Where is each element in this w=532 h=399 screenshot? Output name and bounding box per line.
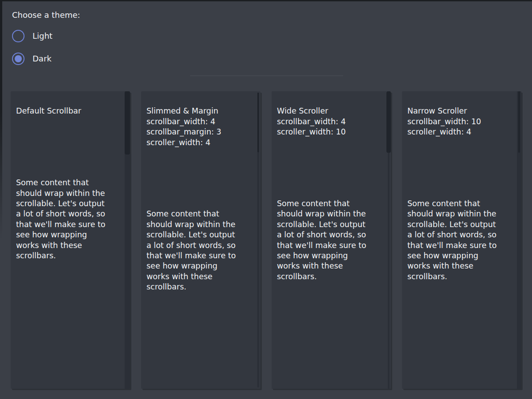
radio-button-dark-icon[interactable] xyxy=(12,53,24,65)
scrollbar-thumb[interactable] xyxy=(125,91,130,155)
horizontal-divider xyxy=(190,75,343,76)
radio-label-light: Light xyxy=(32,31,53,41)
scrollbar-thumb[interactable] xyxy=(386,91,391,153)
panel-header: Slimmed & Margin scrollbar_width: 4 scro… xyxy=(146,106,253,148)
panel-content: Some content that should wrap within the… xyxy=(407,199,514,282)
window-border-left xyxy=(0,0,2,399)
panel-default-scrollbar[interactable]: Default Scrollbar Some content that shou… xyxy=(11,91,130,389)
panel-content: Some content that should wrap within the… xyxy=(146,209,253,292)
radio-button-light-icon[interactable] xyxy=(12,30,24,42)
panel-text: Slimmed & Margin scrollbar_width: 4 scro… xyxy=(146,96,253,303)
panel-header: Default Scrollbar xyxy=(16,106,123,116)
radio-label-dark: Dark xyxy=(32,54,52,63)
panel-content: Some content that should wrap within the… xyxy=(277,199,384,282)
radio-dot xyxy=(15,55,22,62)
panel-wide-scroller[interactable]: Wide Scroller scrollbar_width: 4 scrolle… xyxy=(272,91,391,389)
panel-content: Some content that should wrap within the… xyxy=(16,178,123,261)
panel-text: Narrow Scroller scrollbar_width: 10 scro… xyxy=(407,96,514,293)
window-border-top xyxy=(0,0,532,1)
panel-slimmed-margin[interactable]: Slimmed & Margin scrollbar_width: 4 scro… xyxy=(141,91,260,389)
radio-dot xyxy=(15,33,22,40)
scrollbar-thumb[interactable] xyxy=(518,91,520,153)
panel-header: Wide Scroller scrollbar_width: 4 scrolle… xyxy=(277,106,384,137)
panel-narrow-scroller[interactable]: Narrow Scroller scrollbar_width: 10 scro… xyxy=(402,91,521,389)
theme-chooser: Choose a theme: Light Dark xyxy=(12,10,80,71)
panel-text: Default Scrollbar Some content that shou… xyxy=(16,96,123,272)
panel-header: Narrow Scroller scrollbar_width: 10 scro… xyxy=(407,106,514,137)
theme-prompt: Choose a theme: xyxy=(12,10,80,20)
scrollbar-thumb[interactable] xyxy=(257,93,259,152)
panel-text: Wide Scroller scrollbar_width: 4 scrolle… xyxy=(277,96,384,293)
theme-option-dark[interactable]: Dark xyxy=(12,49,80,69)
scrollbar-demo-panels: Default Scrollbar Some content that shou… xyxy=(11,91,521,389)
theme-option-light[interactable]: Light xyxy=(12,26,80,46)
